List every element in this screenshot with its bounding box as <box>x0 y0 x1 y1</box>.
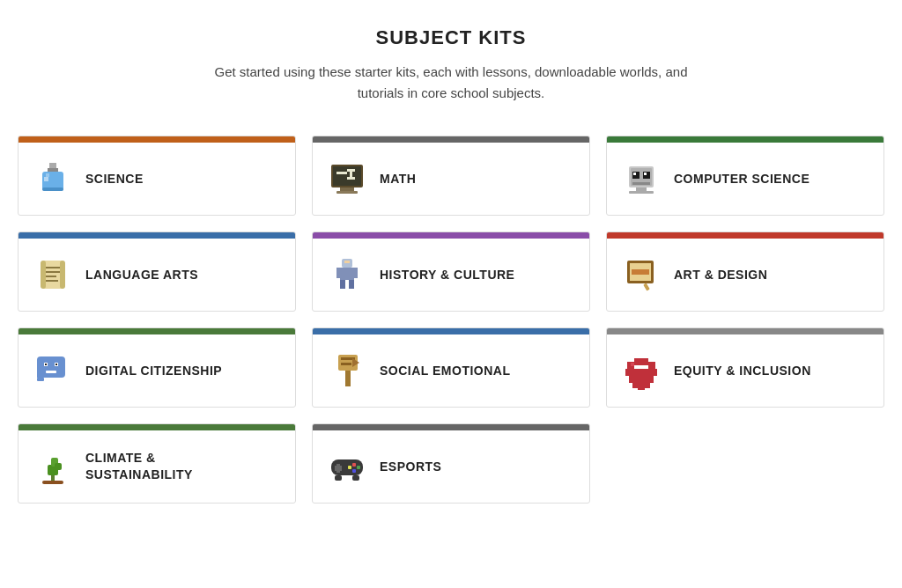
kit-label-art-design: ART & DESIGN <box>674 267 767 283</box>
svg-rect-44 <box>37 378 44 381</box>
svg-rect-73 <box>335 466 342 471</box>
svg-rect-19 <box>644 173 647 175</box>
svg-rect-9 <box>336 191 358 194</box>
climate-sustainability-sprout-icon <box>33 446 73 487</box>
page-title: SUBJECT KITS <box>18 26 884 49</box>
svg-rect-5 <box>46 173 49 177</box>
kit-card-bar-computer-science <box>607 136 884 143</box>
svg-rect-26 <box>46 267 60 268</box>
svg-rect-57 <box>641 358 648 365</box>
kit-label-social-emotional: SOCIAL EMOTIONAL <box>380 363 511 379</box>
science-potion-icon <box>33 158 73 199</box>
svg-rect-68 <box>42 481 63 484</box>
svg-rect-8 <box>340 187 354 191</box>
svg-rect-12 <box>347 169 355 172</box>
kit-card-language-arts[interactable]: LANGUAGE ARTS <box>18 232 296 312</box>
svg-rect-77 <box>348 466 351 469</box>
svg-rect-35 <box>349 280 354 289</box>
svg-rect-31 <box>340 268 354 280</box>
svg-rect-22 <box>629 191 654 194</box>
kit-card-digital-citizenship[interactable]: DIGITAL CITIZENSHIP <box>18 327 296 408</box>
kit-card-body-language-arts: LANGUAGE ARTS <box>18 239 295 311</box>
svg-rect-63 <box>631 363 634 366</box>
kits-grid: SCIENCE MATH COMPUTER SCIENCE <box>18 136 884 503</box>
svg-rect-40 <box>632 269 649 275</box>
kit-card-body-digital-citizenship: DIGITAL CITIZENSHIP <box>18 334 295 407</box>
svg-rect-21 <box>636 187 647 191</box>
svg-rect-48 <box>55 364 57 365</box>
svg-rect-13 <box>347 177 355 180</box>
svg-rect-43 <box>37 372 48 378</box>
kit-card-bar-art-design <box>607 232 884 239</box>
kit-card-body-art-design: ART & DESIGN <box>607 239 884 311</box>
kit-label-science: SCIENCE <box>85 171 144 187</box>
esports-controller-icon <box>327 446 367 487</box>
kit-card-equity-inclusion[interactable]: EQUITY & INCLUSION <box>606 327 884 408</box>
svg-rect-51 <box>345 371 351 386</box>
kit-card-bar-climate-sustainability <box>18 424 295 430</box>
art-design-icon <box>621 254 662 295</box>
svg-rect-76 <box>352 469 356 473</box>
kit-card-computer-science[interactable]: COMPUTER SCIENCE <box>606 136 884 216</box>
kit-card-body-computer-science: COMPUTER SCIENCE <box>607 143 884 215</box>
svg-rect-61 <box>632 383 650 388</box>
kit-card-bar-science <box>18 136 295 143</box>
kit-card-art-design[interactable]: ART & DESIGN <box>606 232 884 312</box>
kit-card-science[interactable]: SCIENCE <box>18 136 296 216</box>
kit-label-equity-inclusion: EQUITY & INCLUSION <box>674 363 811 379</box>
kit-card-body-history-culture: HISTORY & CULTURE <box>313 239 589 311</box>
svg-rect-47 <box>45 364 47 365</box>
svg-rect-1 <box>48 168 58 172</box>
kit-card-bar-digital-citizenship <box>18 328 295 334</box>
kit-card-body-climate-sustainability: CLIMATE &SUSTAINABILITY <box>18 430 295 503</box>
kit-label-esports: ESPORTS <box>380 459 441 475</box>
svg-rect-56 <box>634 358 641 365</box>
svg-rect-33 <box>352 268 358 278</box>
kit-label-climate-sustainability: CLIMATE &SUSTAINABILITY <box>85 450 193 483</box>
svg-rect-53 <box>341 363 351 365</box>
kit-card-bar-esports <box>313 424 589 430</box>
math-chalkboard-icon <box>327 158 367 199</box>
svg-rect-34 <box>340 280 345 289</box>
svg-rect-75 <box>357 466 360 469</box>
kit-label-digital-citizenship: DIGITAL CITIZENSHIP <box>85 363 222 379</box>
svg-rect-32 <box>336 268 342 278</box>
svg-rect-4 <box>42 187 63 191</box>
equity-inclusion-heart-icon <box>621 350 662 391</box>
kit-card-math[interactable]: MATH <box>312 136 590 216</box>
kit-card-body-math: MATH <box>313 143 589 215</box>
svg-rect-62 <box>638 388 645 390</box>
svg-rect-29 <box>46 280 58 282</box>
kit-label-language-arts: LANGUAGE ARTS <box>85 267 198 283</box>
kit-card-bar-history-culture <box>313 232 589 239</box>
svg-rect-25 <box>60 261 65 289</box>
kit-label-history-culture: HISTORY & CULTURE <box>380 267 514 283</box>
kit-card-body-science: SCIENCE <box>18 143 295 215</box>
kit-card-esports[interactable]: ESPORTS <box>312 423 590 503</box>
kit-label-computer-science: COMPUTER SCIENCE <box>674 171 810 187</box>
svg-rect-41 <box>643 283 649 291</box>
kit-card-body-esports: ESPORTS <box>313 430 589 503</box>
svg-rect-36 <box>344 261 347 263</box>
kit-card-history-culture[interactable]: HISTORY & CULTURE <box>312 232 590 312</box>
svg-rect-37 <box>347 261 350 263</box>
kit-card-social-emotional[interactable]: SOCIAL EMOTIONAL <box>312 327 590 408</box>
history-culture-icon <box>327 254 367 295</box>
page-subtitle: Get started using these starter kits, ea… <box>18 62 884 104</box>
kit-card-climate-sustainability[interactable]: CLIMATE &SUSTAINABILITY <box>18 423 296 503</box>
digital-citizenship-chat-icon <box>33 350 73 391</box>
svg-rect-27 <box>46 271 60 273</box>
svg-rect-49 <box>46 371 56 373</box>
kit-card-body-social-emotional: SOCIAL EMOTIONAL <box>313 334 589 407</box>
svg-rect-0 <box>49 163 56 168</box>
svg-rect-59 <box>625 369 657 376</box>
svg-rect-18 <box>633 173 636 175</box>
svg-rect-10 <box>336 172 347 174</box>
svg-rect-60 <box>629 376 654 383</box>
svg-rect-71 <box>352 475 359 481</box>
kit-card-bar-equity-inclusion <box>607 328 884 334</box>
svg-rect-58 <box>648 362 655 369</box>
svg-rect-74 <box>352 463 356 467</box>
language-arts-scroll-icon <box>33 254 73 295</box>
kit-card-body-equity-inclusion: EQUITY & INCLUSION <box>607 334 884 407</box>
